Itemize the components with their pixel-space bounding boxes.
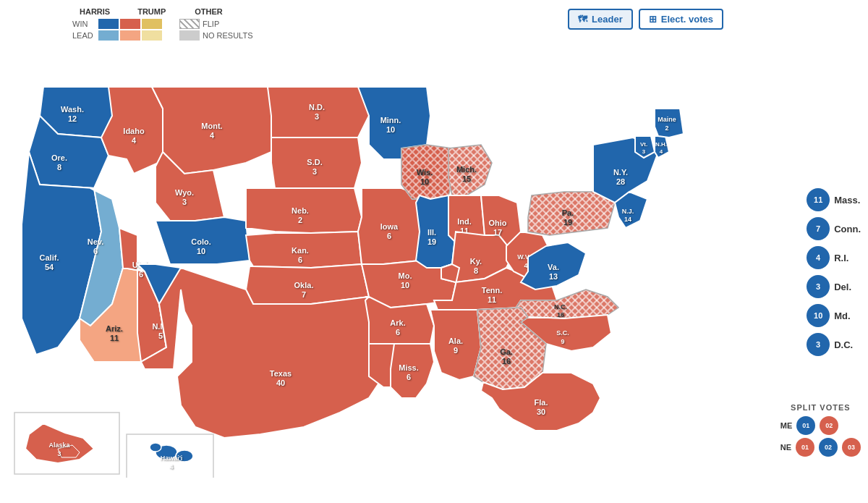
elect-votes-toggle[interactable]: ⊞ Elect. votes (639, 9, 723, 30)
trump-lead-box (120, 30, 140, 41)
me-02-circle[interactable]: 02 (820, 416, 838, 435)
small-state-ri: 4 R.I. (807, 246, 861, 269)
map-container: HARRIS TRUMP OTHER WIN FLIP LEAD (0, 0, 868, 503)
small-state-conn: 7 Conn. (807, 217, 861, 240)
state-OK[interactable] (246, 264, 369, 304)
small-state-mass: 11 Mass. (807, 188, 861, 211)
leader-toggle[interactable]: 🗺 Leader (568, 9, 633, 30)
harris-win-box (98, 19, 119, 29)
small-state-del: 3 Del. (807, 275, 861, 298)
noresult-legend: NO RESULTS (179, 30, 252, 41)
ri-circle[interactable]: 4 (807, 246, 830, 269)
state-AL[interactable] (430, 310, 481, 380)
conn-circle[interactable]: 7 (807, 217, 830, 240)
legend: HARRIS TRUMP OTHER WIN FLIP LEAD (72, 7, 252, 41)
win-label: WIN (72, 20, 95, 28)
flip-box (179, 19, 200, 29)
small-state-dc: 3 D.C. (807, 333, 861, 356)
ne-02-circle[interactable]: 02 (819, 438, 838, 457)
ne-label: NE (780, 443, 791, 452)
noresult-label: NO RESULTS (203, 31, 252, 40)
flip-legend: FLIP (179, 19, 219, 29)
state-SD[interactable] (271, 138, 362, 188)
me-label: ME (780, 421, 793, 430)
dc-circle[interactable]: 3 (807, 333, 830, 356)
md-circle[interactable]: 10 (807, 304, 830, 327)
harris-lead-box (98, 30, 119, 41)
conn-votes: 7 (816, 224, 820, 233)
trump-win-box (120, 19, 140, 29)
elect-votes-icon: ⊞ (649, 14, 657, 25)
state-WI-hatch (401, 145, 456, 199)
lead-label: LEAD (72, 31, 95, 40)
del-circle[interactable]: 3 (807, 275, 830, 298)
us-map-svg: Wash. 12 Ore. 8 Calif. 54 Idaho 4 Nev. 6… (0, 43, 694, 478)
state-PA-hatch (528, 192, 615, 235)
me-split-row: ME 01 02 (780, 416, 861, 435)
state-KS[interactable] (246, 232, 362, 268)
trump-label: TRUMP (137, 7, 166, 16)
toggle-area: 🗺 Leader ⊞ Elect. votes (568, 9, 723, 30)
state-NE[interactable] (246, 188, 362, 233)
dc-votes: 3 (816, 340, 820, 349)
ne-01-circle[interactable]: 01 (796, 438, 814, 457)
leader-label: Leader (592, 14, 623, 25)
mass-circle[interactable]: 11 (807, 188, 830, 211)
del-name: Del. (834, 282, 851, 292)
mass-name: Mass. (834, 195, 860, 206)
legend-category-labels: HARRIS TRUMP OTHER (72, 7, 252, 16)
other-win-box (142, 19, 162, 29)
dc-name: D.C. (834, 339, 853, 350)
md-name: Md. (834, 310, 850, 321)
split-votes-section: SPLIT VOTES ME 01 02 NE 01 02 03 (780, 403, 861, 460)
state-CO[interactable] (156, 217, 250, 264)
ne-03-circle[interactable]: 03 (842, 438, 861, 457)
ri-name: R.I. (834, 253, 848, 263)
state-ME[interactable] (655, 109, 684, 138)
small-states-sidebar: 11 Mass. 7 Conn. 4 R.I. 3 Del. 10 M (807, 188, 861, 356)
other-lead-box (142, 30, 162, 41)
me-01-circle[interactable]: 01 (796, 416, 815, 435)
md-votes: 10 (814, 311, 822, 320)
leader-icon: 🗺 (578, 14, 587, 25)
mass-votes: 11 (814, 195, 822, 204)
legend-lead-row: LEAD NO RESULTS (72, 30, 252, 41)
state-MI-hatch (448, 145, 492, 195)
state-NH[interactable] (655, 136, 669, 158)
state-MS[interactable] (391, 344, 434, 398)
state-ID[interactable] (101, 87, 166, 174)
other-label: OTHER (195, 7, 223, 16)
state-ND[interactable] (268, 87, 369, 138)
lead-boxes (98, 30, 162, 41)
state-HI-2 (176, 450, 193, 462)
elect-votes-label: Elect. votes (661, 14, 713, 25)
votes-HI: 4 (169, 463, 173, 470)
legend-win-row: WIN FLIP (72, 19, 252, 29)
win-boxes (98, 19, 162, 29)
small-state-md: 10 Md. (807, 304, 861, 327)
harris-label: HARRIS (80, 7, 110, 16)
state-HI-3 (150, 443, 161, 452)
split-votes-title: SPLIT VOTES (780, 403, 861, 412)
ri-votes: 4 (816, 253, 820, 262)
flip-label: FLIP (203, 20, 219, 28)
noresult-box (179, 30, 200, 41)
conn-name: Conn. (834, 224, 861, 234)
state-AK[interactable] (25, 423, 94, 463)
ne-split-row: NE 01 02 03 (780, 438, 861, 457)
del-votes: 3 (816, 282, 820, 291)
